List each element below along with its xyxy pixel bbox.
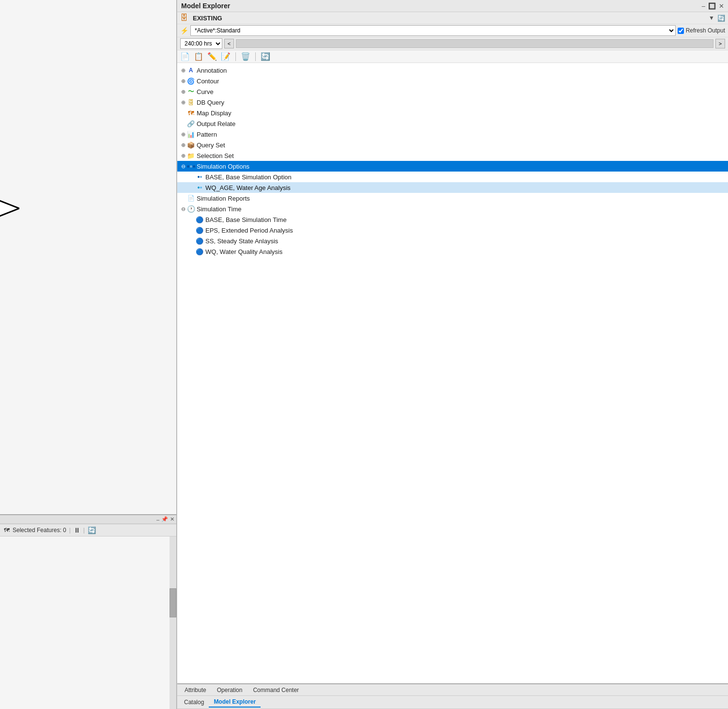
selected-features-text: Selected Features: 0 [13, 527, 66, 534]
tree-item-curve[interactable]: ⊕ 〜 Curve [177, 86, 728, 97]
label-queryset: Query Set [197, 142, 225, 149]
close-window-icon[interactable]: ✕ [719, 2, 724, 10]
label-mapdisplay: Map Display [197, 110, 232, 117]
expand-icon-pattern: ⊕ [181, 131, 186, 138]
selected-features-icon: 🗺 [4, 527, 10, 534]
new-doc-icon[interactable]: 📄 [180, 52, 190, 61]
refresh-tree-icon[interactable]: 🔄 [261, 52, 270, 61]
explorer-title: Model Explorer [181, 2, 230, 10]
dock-icon[interactable]: 🔲 [708, 2, 716, 10]
tree-item-simoptions[interactable]: ⊖ Simulation Options [177, 161, 728, 172]
icon-simtime: 🕐 [187, 205, 195, 213]
icon-eps: 🔵 [196, 227, 203, 234]
scroll-thumb[interactable] [170, 588, 176, 617]
tree-item-queryset[interactable]: ⊕ 📦 Query Set [177, 140, 728, 150]
time-select[interactable]: 240:00 hrs [180, 38, 222, 49]
left-panel-bottom: – 📌 ✕ 🗺 Selected Features: 0 | ⏸ | 🔄 [0, 515, 176, 709]
tree-item-mapdisplay[interactable]: ⊕ 🗺 Map Display [177, 108, 728, 118]
refresh-output-checkbox[interactable] [678, 28, 684, 34]
erase-icon[interactable]: 🗑️ [241, 52, 250, 61]
left-panel: – 📌 ✕ 🗺 Selected Features: 0 | ⏸ | 🔄 [0, 0, 177, 709]
tree-item-dbquery[interactable]: ⊕ 🗄 DB Query [177, 97, 728, 108]
tree-item-outputrelate[interactable]: ⊕ 🔗 Output Relate [177, 118, 728, 129]
label-simreports: Simulation Reports [197, 195, 250, 202]
bottom-status-bar: 🗺 Selected Features: 0 | ⏸ | 🔄 [0, 524, 176, 536]
expand-icon-selection: ⊕ [181, 153, 186, 159]
edit-icon[interactable]: ✏️ [207, 52, 217, 61]
toolbar-row-time: 240:00 hrs < > [177, 37, 728, 50]
tree-item-ss[interactable]: ⊕ 🔵 SS, Steady State Anlaysis [177, 236, 728, 246]
tab-catalog[interactable]: Catalog [179, 697, 209, 707]
toolbar-icons-row: 📄 📋 ✏️ 📝 🗑️ 🔄 [177, 50, 728, 63]
tab-attribute[interactable]: Attribute [179, 684, 212, 695]
icon-dbquery: 🗄 [187, 99, 195, 106]
icon-selectionset: 📁 [187, 152, 195, 159]
nav-left-button[interactable]: < [224, 39, 234, 48]
header-icons: – 🔲 ✕ [702, 2, 724, 10]
label-outputrelate: Output Relate [197, 120, 235, 127]
edit2-icon[interactable]: 📝 [221, 52, 231, 61]
tree-item-base-sim[interactable]: ⊕ BASE, Base Simulation Option [177, 172, 728, 182]
icon-pattern: 📊 [187, 131, 195, 138]
icon-curve: 〜 [187, 87, 195, 96]
close-icon[interactable]: ✕ [170, 516, 174, 522]
icon-contour: 🌀 [187, 78, 195, 85]
label-curve: Curve [197, 88, 214, 95]
label-base-sim: BASE, Base Simulation Option [205, 173, 292, 181]
tree-item-contour[interactable]: ⊕ 🌀 Contour [177, 76, 728, 86]
refresh-icon[interactable]: 🔄 [88, 526, 96, 534]
icon-annotation: A [187, 67, 195, 74]
unpin-icon[interactable]: – [156, 517, 159, 522]
tree-item-eps[interactable]: ⊕ 🔵 EPS, Extended Period Analysis [177, 225, 728, 236]
icon-wq: 🔵 [196, 248, 203, 255]
tree-item-selectionset[interactable]: ⊕ 📁 Selection Set [177, 150, 728, 161]
tab-command-center[interactable]: Command Center [248, 684, 304, 695]
nav-right-button[interactable]: > [715, 39, 725, 48]
tab-operation[interactable]: Operation [212, 684, 248, 695]
tree-area: ⊕ A Annotation ⊕ 🌀 Contour ⊕ 〜 Curve ⊕ 🗄… [177, 63, 728, 683]
label-selectionset: Selection Set [197, 152, 234, 159]
active-standard-select[interactable]: *Active*:Standard [190, 25, 676, 36]
label-wq-age: WQ_AGE, Water Age Analysis [205, 184, 291, 191]
label-annotation: Annotation [197, 67, 227, 74]
label-ss: SS, Steady State Anlaysis [205, 237, 278, 245]
icon-ss: 🔵 [196, 237, 203, 245]
tab-row-1: Attribute Operation Command Center [177, 684, 728, 696]
tree-item-pattern[interactable]: ⊕ 📊 Pattern [177, 129, 728, 140]
bottom-tabs-section: Attribute Operation Command Center Catal… [177, 683, 728, 709]
icon-queryset: 📦 [187, 142, 195, 149]
label-simoptions: Simulation Options [197, 163, 249, 170]
tree-item-simtime[interactable]: ⊖ 🕐 Simulation Time [177, 204, 728, 214]
scroll-track [170, 536, 176, 709]
pin-window-icon[interactable]: – [702, 2, 705, 10]
tree-item-wq-age[interactable]: ⊕ WQ_AGE, Water Age Analysis [177, 182, 728, 193]
left-bottom-content [0, 536, 176, 709]
expand-icon-dbquery: ⊕ [181, 99, 186, 106]
expand-icon-curve: ⊕ [181, 89, 186, 95]
separator2: | [83, 527, 85, 534]
dropdown-icon[interactable]: ▼ [709, 15, 714, 21]
expand-icon-annotation: ⊕ [181, 67, 186, 74]
tree-item-simreports[interactable]: ⊕ 📄 Simulation Reports [177, 193, 728, 204]
label-pattern: Pattern [197, 131, 217, 138]
toolbar-row-existing: 🗄 EXISTING ▼ 🔄 [177, 12, 728, 24]
explorer-header: Model Explorer – 🔲 ✕ [177, 0, 728, 12]
existing-label: EXISTING [193, 15, 222, 22]
svg-marker-0 [0, 191, 19, 225]
refresh-output-area: Refresh Output [678, 27, 725, 34]
icon-simreports: 📄 [187, 195, 195, 202]
expand-icon-simoptions: ⊖ [181, 163, 186, 170]
arrow-annotation [0, 189, 19, 229]
separator: | [69, 527, 71, 534]
pin-icon[interactable]: 📌 [161, 516, 168, 522]
tab-model-explorer[interactable]: Model Explorer [209, 697, 261, 708]
tool-separator [235, 52, 236, 61]
pause-icon[interactable]: ⏸ [74, 526, 80, 534]
refresh-db-icon[interactable]: 🔄 [717, 15, 725, 22]
copy-doc-icon[interactable]: 📋 [194, 52, 203, 61]
tree-item-annotation[interactable]: ⊕ A Annotation [177, 65, 728, 76]
label-wq: WQ, Water Quality Analysis [205, 248, 282, 255]
tree-item-wq[interactable]: ⊕ 🔵 WQ, Water Quality Analysis [177, 246, 728, 257]
db-icon: 🗄 [180, 14, 188, 22]
tree-item-base-time[interactable]: ⊕ 🔵 BASE, Base Simulation Time [177, 214, 728, 225]
